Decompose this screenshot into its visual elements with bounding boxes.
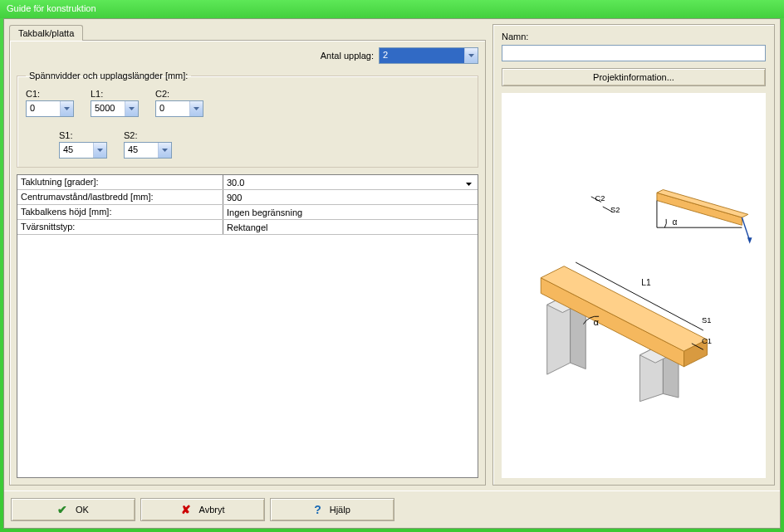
diagram-area: L1 α S1 C1 α	[502, 93, 766, 478]
dim-alpha2: α	[673, 217, 678, 227]
spannvidder-legend: Spännvidder och upplagslängder [mm]:	[26, 71, 191, 81]
antal-upplag-label: Antal upplag:	[321, 51, 374, 61]
centrum-label: Centrumavstånd/lastbredd [mm]:	[17, 190, 223, 204]
chevron-down-icon[interactable]	[463, 178, 474, 188]
tab-container: Takbalk/platta Antal upplag: 2	[9, 24, 486, 486]
ok-button[interactable]: ✔ OK	[11, 498, 135, 521]
namn-input[interactable]	[502, 45, 766, 61]
dim-c2: C2	[595, 194, 605, 203]
col-c2: C2: 0	[155, 89, 203, 117]
tvarsnitt-label: Tvärsnittstyp:	[17, 220, 223, 234]
chevron-down-icon[interactable]	[125, 101, 138, 116]
s2-value: 45	[125, 143, 158, 158]
taklutning-value: 30.0	[227, 178, 244, 188]
dim-s2: S2	[610, 206, 620, 214]
tab-header: Takbalk/platta	[9, 25, 486, 41]
chevron-down-icon[interactable]	[158, 143, 171, 158]
taklutning-label: Taklutning [grader]:	[17, 175, 223, 189]
l1-combo[interactable]: 5000	[91, 100, 139, 117]
col-s1: S1: 45	[59, 130, 107, 159]
dim-alpha: α	[594, 317, 600, 327]
chevron-down-icon[interactable]	[60, 101, 73, 116]
svg-line-10	[692, 325, 703, 330]
svg-marker-17	[747, 237, 752, 243]
col-c1: C1: 0	[26, 89, 74, 117]
title-bar: Guide för konstruktion	[0, 0, 784, 18]
antal-upplag-combo[interactable]: 2	[379, 47, 478, 64]
tab-takbalk[interactable]: Takbalk/platta	[9, 25, 83, 41]
window-body: Takbalk/platta Antal upplag: 2	[3, 18, 781, 529]
hojd-value: Ingen begränsning	[227, 207, 302, 217]
cancel-label: Avbryt	[199, 505, 225, 515]
tvarsnitt-value: Rektangel	[227, 222, 268, 232]
chevron-down-icon[interactable]	[189, 101, 203, 116]
col-l1: L1: 5000	[91, 89, 139, 117]
l1-label: L1:	[91, 89, 139, 99]
row-centrum[interactable]: Centrumavstånd/lastbredd [mm]: 900	[17, 190, 478, 205]
svg-line-16	[742, 217, 749, 241]
projektinformation-label: Projektinformation...	[593, 72, 674, 82]
check-icon: ✔	[57, 503, 67, 516]
namn-label: Namn:	[502, 32, 766, 41]
s1-label: S1:	[59, 130, 107, 140]
help-icon: ?	[314, 503, 321, 516]
row-hojd[interactable]: Takbalkens höjd [mm]: Ingen begränsning	[17, 205, 478, 220]
row-antal-upplag: Antal upplag: 2	[17, 47, 478, 64]
projektinformation-button[interactable]: Projektinformation...	[502, 68, 766, 86]
row-taklutning[interactable]: Taklutning [grader]: 30.0	[17, 175, 478, 190]
dim-c1: C1	[702, 337, 712, 345]
ok-label: OK	[76, 505, 89, 515]
window-title: Guide för konstruktion	[7, 3, 96, 13]
c2-combo[interactable]: 0	[155, 100, 203, 117]
property-table: Taklutning [grader]: 30.0 Centrumavstånd…	[17, 174, 478, 478]
spannvidder-group: Spännvidder och upplagslängder [mm]: C1:…	[17, 71, 478, 168]
row-tvarsnitt[interactable]: Tvärsnittstyp: Rektangel	[17, 220, 478, 235]
s2-label: S2:	[124, 130, 172, 140]
l1-value: 5000	[91, 101, 125, 116]
c2-value: 0	[156, 101, 189, 116]
help-label: Hjälp	[330, 505, 350, 515]
centrum-value: 900	[227, 193, 242, 203]
left-panel: Takbalk/platta Antal upplag: 2	[9, 24, 486, 486]
c1-label: C1:	[26, 89, 74, 99]
chevron-down-icon[interactable]	[93, 143, 106, 158]
chevron-down-icon[interactable]	[464, 48, 478, 63]
s1-combo[interactable]: 45	[59, 142, 107, 159]
cross-icon: ✘	[181, 503, 191, 516]
beam-diagram: L1 α S1 C1 α	[510, 161, 757, 410]
s2-combo[interactable]: 45	[124, 142, 172, 159]
span-row-1: C1: 0 L1: 5000	[26, 89, 469, 117]
hojd-label: Takbalkens höjd [mm]:	[17, 205, 223, 219]
help-button[interactable]: ? Hjälp	[270, 498, 394, 521]
c1-value: 0	[27, 101, 60, 116]
right-panel: Namn: Projektinformation...	[492, 24, 775, 486]
c1-combo[interactable]: 0	[26, 100, 74, 117]
tab-label: Takbalk/platta	[18, 28, 74, 38]
cancel-button[interactable]: ✘ Avbryt	[140, 498, 265, 521]
dim-s1: S1	[702, 316, 711, 325]
main-area: Takbalk/platta Antal upplag: 2	[4, 19, 780, 491]
taklutning-value-cell[interactable]: 30.0	[223, 175, 478, 189]
antal-upplag-value: 2	[380, 48, 464, 63]
c2-label: C2:	[155, 89, 203, 99]
button-bar: ✔ OK ✘ Avbryt ? Hjälp	[4, 491, 780, 528]
col-s2: S2: 45	[124, 130, 172, 159]
dim-l1: L1	[641, 278, 651, 287]
tab-content: Antal upplag: 2 Spännvidder och upplagsl…	[9, 40, 486, 486]
span-row-2: S1: 45 S2: 45	[59, 130, 469, 159]
s1-value: 45	[60, 143, 93, 158]
